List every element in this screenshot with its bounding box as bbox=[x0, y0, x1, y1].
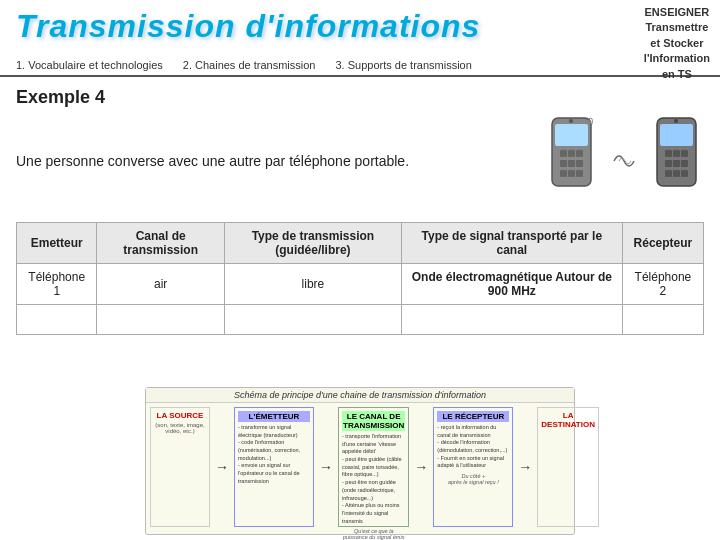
svg-rect-16 bbox=[681, 150, 688, 157]
cell-emetteur: Téléphone 1 bbox=[17, 264, 97, 305]
canal-note: Qu'est ce que la puissance du signal émi… bbox=[342, 528, 405, 540]
diagram-area: Schéma de principe d'une chaine de trans… bbox=[145, 387, 575, 535]
nav-item-3[interactable]: 3. Supports de transmission bbox=[335, 59, 471, 71]
info-table: Emetteur Canal de transmission Type de t… bbox=[16, 222, 704, 335]
diagram-body: LA SOURCE (son, texte, image, vidéo, etc… bbox=[146, 403, 574, 531]
svg-rect-19 bbox=[681, 160, 688, 167]
page-title: Transmission d'informations bbox=[16, 8, 480, 45]
svg-rect-5 bbox=[560, 160, 567, 167]
phone-2-icon bbox=[649, 116, 704, 206]
recepteur-note: Du côté +après le signal reçu ! bbox=[437, 473, 509, 485]
svg-rect-10 bbox=[576, 170, 583, 177]
cell-recepteur: Téléphone 2 bbox=[622, 264, 703, 305]
main-content: Exemple 4 Une personne converse avec une… bbox=[0, 77, 720, 345]
cell-type-transmission: libre bbox=[224, 264, 401, 305]
side-info: ENSEIGNERTransmettreet Stockerl'Informat… bbox=[644, 5, 710, 82]
diagram-source-box: LA SOURCE (son, texte, image, vidéo, etc… bbox=[150, 407, 210, 527]
arrow-2: → bbox=[317, 407, 335, 527]
svg-point-23 bbox=[674, 119, 678, 123]
svg-rect-3 bbox=[568, 150, 575, 157]
cell-type-signal: Onde électromagnétique Autour de 900 MHz bbox=[401, 264, 622, 305]
canal-title: LE CANAL DE TRANSMISSION bbox=[342, 411, 405, 431]
example-title: Exemple 4 bbox=[16, 87, 704, 108]
svg-rect-1 bbox=[555, 124, 588, 146]
recepteur-lines: - reçoit la information du canal de tran… bbox=[437, 424, 509, 470]
svg-rect-15 bbox=[673, 150, 680, 157]
diagram-recepteur-box: LE RÉCEPTEUR - reçoit la information du … bbox=[433, 407, 513, 527]
diagram-destination-box: LA DESTINATION bbox=[537, 407, 599, 527]
emetteur-title: L'ÉMETTEUR bbox=[238, 411, 310, 422]
svg-rect-7 bbox=[576, 160, 583, 167]
destination-title: LA DESTINATION bbox=[541, 411, 595, 429]
recepteur-title: LE RÉCEPTEUR bbox=[437, 411, 509, 422]
table-header-canal: Canal de transmission bbox=[97, 223, 225, 264]
canal-lines: - transporte l'information d'une certain… bbox=[342, 433, 405, 525]
svg-rect-2 bbox=[560, 150, 567, 157]
svg-rect-18 bbox=[673, 160, 680, 167]
svg-rect-21 bbox=[673, 170, 680, 177]
nav-item-2[interactable]: 2. Chaines de transmission bbox=[183, 59, 316, 71]
diagram-emetteur-box: L'ÉMETTEUR - transforme un signal électr… bbox=[234, 407, 314, 527]
side-info-text: ENSEIGNERTransmettreet Stockerl'Informat… bbox=[644, 6, 710, 80]
header: Transmission d'informations ENSEIGNERTra… bbox=[0, 0, 720, 55]
diagram-canal-box: LE CANAL DE TRANSMISSION - transporte l'… bbox=[338, 407, 409, 527]
svg-rect-13 bbox=[660, 124, 693, 146]
arrow-1: → bbox=[213, 407, 231, 527]
table-header-emetteur: Emetteur bbox=[17, 223, 97, 264]
diagram-title: Schéma de principe d'une chaine de trans… bbox=[146, 388, 574, 403]
table-header-recepteur: Récepteur bbox=[622, 223, 703, 264]
svg-rect-14 bbox=[665, 150, 672, 157]
source-title: LA SOURCE bbox=[157, 411, 204, 420]
arrow-4: → bbox=[516, 407, 534, 527]
phone-1-icon bbox=[544, 116, 599, 206]
sound-waves-icon bbox=[609, 141, 639, 181]
table-header-type-signal: Type de signal transporté par le canal bbox=[401, 223, 622, 264]
svg-rect-22 bbox=[681, 170, 688, 177]
svg-rect-4 bbox=[576, 150, 583, 157]
nav-bar: 1. Vocabulaire et technologies 2. Chaine… bbox=[0, 55, 720, 77]
description-row: Une personne converse avec une autre par… bbox=[16, 116, 704, 206]
source-subtitle: (son, texte, image, vidéo, etc.) bbox=[154, 422, 206, 434]
cell-canal: air bbox=[97, 264, 225, 305]
svg-point-11 bbox=[569, 119, 573, 123]
arrow-3: → bbox=[412, 407, 430, 527]
table-row: Téléphone 1 air libre Onde électromagnét… bbox=[17, 264, 704, 305]
svg-rect-20 bbox=[665, 170, 672, 177]
description-text: Une personne converse avec une autre par… bbox=[16, 151, 524, 172]
phones-container bbox=[544, 116, 704, 206]
svg-rect-6 bbox=[568, 160, 575, 167]
table-header-type-transmission: Type de transmission (guidée/libre) bbox=[224, 223, 401, 264]
svg-rect-8 bbox=[560, 170, 567, 177]
table-row-empty bbox=[17, 305, 704, 335]
emetteur-lines: - transforme un signal électrique (trans… bbox=[238, 424, 310, 486]
svg-rect-9 bbox=[568, 170, 575, 177]
nav-item-1[interactable]: 1. Vocabulaire et technologies bbox=[16, 59, 163, 71]
svg-rect-17 bbox=[665, 160, 672, 167]
